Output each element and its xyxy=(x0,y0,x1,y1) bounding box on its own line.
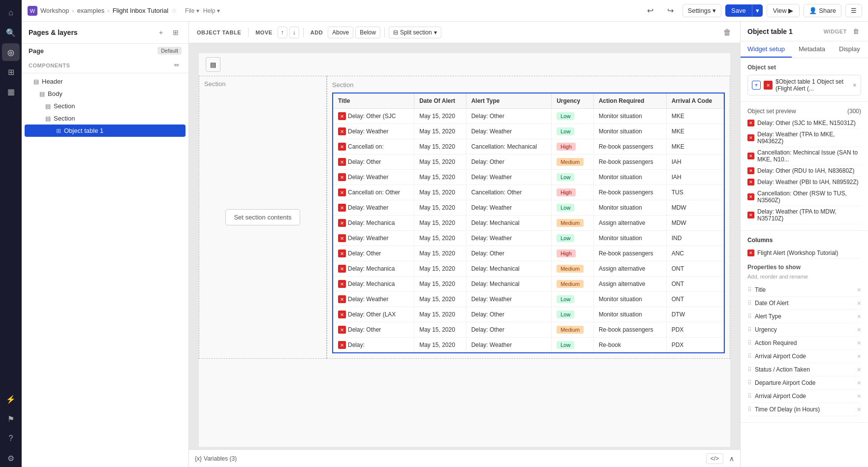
grid-layout-button[interactable]: ⊞ xyxy=(170,27,182,38)
right-panel-delete-button[interactable]: 🗑 xyxy=(851,27,861,36)
below-button[interactable]: Below xyxy=(355,27,380,38)
drag-icon[interactable]: ⠿ xyxy=(747,366,752,373)
above-button[interactable]: Above xyxy=(328,27,353,38)
undo-button[interactable]: ↩ xyxy=(642,3,658,18)
table-row[interactable]: ✕ Delay: May 15, 2020 Delay: Weather Low… xyxy=(333,338,724,353)
page-label[interactable]: Page xyxy=(29,47,44,55)
prop-close-button[interactable]: × xyxy=(857,339,861,347)
plug-icon[interactable]: ⚡ xyxy=(2,390,20,408)
workshop-icon: W xyxy=(28,6,37,16)
preview-item-text[interactable]: Delay: Weather (TPA to MKE, N94362Z) xyxy=(757,131,861,145)
redo-button[interactable]: ↪ xyxy=(662,3,679,18)
preview-item-text[interactable]: Delay: Weather (PBI to IAH, N89592Z) xyxy=(757,179,861,186)
table-row[interactable]: ✕ Delay: Weather May 15, 2020 Delay: Wea… xyxy=(333,200,724,216)
bottom-chevron-button[interactable]: ∧ xyxy=(729,455,734,463)
layers-icon[interactable]: ⊞ xyxy=(2,63,20,81)
delete-button[interactable]: 🗑 xyxy=(719,26,735,39)
prop-close-button[interactable]: × xyxy=(857,352,861,360)
set-section-button[interactable]: Set section contents xyxy=(225,209,300,225)
drag-icon[interactable]: ⠿ xyxy=(747,286,752,293)
tree-item-body[interactable]: ▤ Body xyxy=(22,88,188,100)
toolbar-divider3 xyxy=(384,28,385,37)
save-dropdown-button[interactable]: ▾ xyxy=(752,4,763,17)
drag-icon[interactable]: ⠿ xyxy=(747,406,752,413)
tab-widget-setup[interactable]: Widget setup xyxy=(741,41,792,58)
canvas-section-row: Section Set section contents Section T xyxy=(199,76,730,359)
add-layer-button[interactable]: + xyxy=(155,27,167,38)
table-row[interactable]: ✕ Cancellati on: May 15, 2020 Cancellati… xyxy=(333,139,724,155)
view-button[interactable]: View ▶ xyxy=(767,4,800,17)
preview-item-text[interactable]: Delay: Other (SJC to MKE, N15031Z) xyxy=(757,120,861,126)
variables-item[interactable]: {x} Variables (3) xyxy=(195,455,237,462)
examples-label[interactable]: examples xyxy=(77,7,105,14)
split-section-button[interactable]: ⊟ Split section ▾ xyxy=(389,27,441,38)
object-set-close-button[interactable]: × xyxy=(853,81,857,89)
grid-icon[interactable]: ▦ xyxy=(2,83,20,100)
prop-close-button[interactable]: × xyxy=(857,312,861,320)
tab-metadata[interactable]: Metadata xyxy=(792,41,832,58)
table-row[interactable]: ✕ Cancellati on: Other May 15, 2020 Canc… xyxy=(333,185,724,200)
prop-close-button[interactable]: × xyxy=(857,326,861,334)
table-row[interactable]: ✕ Delay: Other May 15, 2020 Delay: Other… xyxy=(333,155,724,170)
menu-button[interactable]: ☰ xyxy=(845,4,862,17)
preview-item-text[interactable]: Cancellation: Mechincal Issue (SAN to MK… xyxy=(757,149,861,163)
settings-button[interactable]: Settings ▾ xyxy=(682,4,722,17)
file-menu[interactable]: File ▾ xyxy=(185,7,199,14)
search-icon[interactable]: 🔍 xyxy=(2,24,20,41)
save-button[interactable]: Save xyxy=(725,4,752,17)
object-set-text[interactable]: $Object table 1 Object set (Flight Alert… xyxy=(775,78,850,92)
table-row[interactable]: ✕ Delay: Mechanica May 15, 2020 Delay: M… xyxy=(333,277,724,292)
drag-icon[interactable]: ⠿ xyxy=(747,326,752,333)
drag-icon[interactable]: ⠿ xyxy=(747,353,752,360)
move-down-button[interactable]: ↓ xyxy=(289,27,299,38)
table-row[interactable]: ✕ Delay: Weather May 15, 2020 Delay: Wea… xyxy=(333,231,724,246)
preview-item-text[interactable]: Delay: Weather (TPA to MDW, N35710Z) xyxy=(757,208,861,222)
share-button[interactable]: 👤 Share xyxy=(804,4,841,17)
table-row[interactable]: ✕ Delay: Weather May 15, 2020 Delay: Wea… xyxy=(333,170,724,185)
drag-icon[interactable]: ⠿ xyxy=(747,300,752,307)
table-row[interactable]: ✕ Delay: Mechanica May 15, 2020 Delay: M… xyxy=(333,261,724,277)
edit-page-button[interactable]: ✏ xyxy=(172,61,182,70)
preview-item-text[interactable]: Cancellation: Other (RSW to TUS, N3560Z) xyxy=(757,190,861,204)
prop-close-button[interactable]: × xyxy=(857,366,861,374)
prop-close-button[interactable]: × xyxy=(857,392,861,400)
canvas-area[interactable]: ▤ Section Set section contents Section xyxy=(189,43,740,449)
prop-close-button[interactable]: × xyxy=(857,379,861,387)
tree-item-object-table[interactable]: ⊞ Object table 1 xyxy=(25,125,186,137)
move-up-button[interactable]: ↑ xyxy=(278,27,287,38)
tree-item-section1[interactable]: ▤ Section xyxy=(22,100,188,112)
cell-alert-type: Delay: Weather xyxy=(466,124,551,139)
question-icon[interactable]: ? xyxy=(2,430,20,447)
cell-arrival: MKE xyxy=(666,124,723,139)
settings-icon[interactable]: ⚙ xyxy=(2,449,20,467)
drag-icon[interactable]: ⠿ xyxy=(747,313,752,320)
help-menu[interactable]: Help ▾ xyxy=(203,7,220,14)
drag-icon[interactable]: ⠿ xyxy=(747,379,752,386)
star-icon[interactable]: ☆ xyxy=(171,7,177,14)
table-row[interactable]: ✕ Delay: Weather May 15, 2020 Delay: Wea… xyxy=(333,124,724,139)
prop-close-button[interactable]: × xyxy=(857,405,861,413)
drag-icon[interactable]: ⠿ xyxy=(747,340,752,346)
code-button[interactable]: </> xyxy=(706,453,723,464)
tree-item-section2[interactable]: ▤ Section xyxy=(22,112,188,125)
table-row[interactable]: ✕ Delay: Other May 15, 2020 Delay: Other… xyxy=(333,246,724,261)
flag-icon[interactable]: ⚑ xyxy=(2,410,20,428)
table-row[interactable]: ✕ Delay: Other (LAX May 15, 2020 Delay: … xyxy=(333,307,724,322)
table-row[interactable]: ✕ Delay: Weather May 15, 2020 Delay: Wea… xyxy=(333,292,724,307)
table-row[interactable]: ✕ Delay: Other (SJC May 15, 2020 Delay: … xyxy=(333,109,724,124)
workshop-label[interactable]: Workshop xyxy=(40,7,69,14)
home-icon[interactable]: ⌂ xyxy=(2,4,20,22)
table-row[interactable]: ✕ Delay: Other May 15, 2020 Delay: Other… xyxy=(333,322,724,338)
compass-icon[interactable]: ◎ xyxy=(2,43,20,61)
cell-arrival: MDW xyxy=(666,216,723,231)
drag-icon[interactable]: ⠿ xyxy=(747,393,752,400)
variables-icon: {x} xyxy=(195,455,202,462)
prop-close-button[interactable]: × xyxy=(857,299,861,307)
table-row[interactable]: ✕ Delay: Mechanica May 15, 2020 Delay: M… xyxy=(333,216,724,231)
canvas-section-left[interactable]: Section Set section contents xyxy=(199,76,327,359)
preview-item-text[interactable]: Delay: Other (RDU to IAH, N83680Z) xyxy=(757,167,861,174)
canvas-page-icon[interactable]: ▤ xyxy=(206,57,220,72)
prop-close-button[interactable]: × xyxy=(857,286,861,294)
tab-display[interactable]: Display xyxy=(832,41,867,58)
tree-item-header[interactable]: ▤ Header xyxy=(22,75,188,88)
